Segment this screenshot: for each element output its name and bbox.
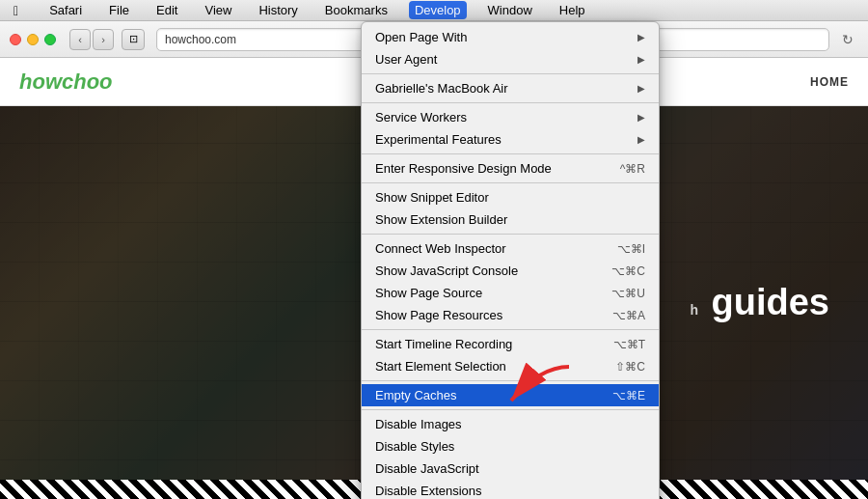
menu-separator [362, 409, 659, 410]
menu-label: Start Element Selection [375, 359, 506, 374]
menu-label: Experimental Features [375, 132, 502, 147]
menu-label: Disable JavaScript [375, 461, 479, 476]
menu-disable-extensions[interactable]: Disable Extensions [362, 480, 659, 499]
submenu-arrow: ▶ [637, 83, 645, 94]
menu-page-resources[interactable]: Show Page Resources ⌥⌘A [362, 304, 659, 326]
menu-disable-javascript[interactable]: Disable JavaScript [362, 457, 659, 480]
menu-label: Disable Styles [375, 439, 454, 454]
menu-element-selection[interactable]: Start Element Selection ⇧⌘C [362, 355, 659, 377]
menu-label: Open Page With [375, 30, 467, 44]
menu-separator [362, 329, 659, 330]
submenu-arrow: ▶ [637, 54, 645, 65]
menu-shortcut: ⌥⌘A [612, 309, 645, 322]
menu-service-workers[interactable]: Service Workers ▶ [362, 106, 659, 128]
menu-label: Service Workers [375, 110, 467, 125]
menu-separator [362, 102, 659, 103]
menu-label: Disable Images [375, 417, 462, 431]
menu-label: Gabrielle's MacBook Air [375, 81, 508, 96]
menu-label: User Agent [375, 52, 437, 67]
menu-separator [362, 73, 659, 74]
menu-shortcut: ⌥⌘E [612, 389, 645, 402]
menu-user-agent[interactable]: User Agent ▶ [362, 48, 659, 70]
menu-extension-builder[interactable]: Show Extension Builder [362, 208, 659, 231]
menu-shortcut: ⌥⌘U [611, 287, 645, 300]
menu-shortcut: ⌥⌘C [611, 264, 645, 278]
menu-empty-caches[interactable]: Empty Caches ⌥⌘E [362, 384, 659, 406]
menu-experimental-features[interactable]: Experimental Features ▶ [362, 128, 659, 151]
menu-label: Enter Responsive Design Mode [375, 161, 552, 176]
menu-open-page-with[interactable]: Open Page With ▶ [362, 26, 659, 48]
menu-snippet-editor[interactable]: Show Snippet Editor [362, 186, 659, 208]
menu-disable-images[interactable]: Disable Images [362, 413, 659, 435]
menu-label: Show Extension Builder [375, 212, 507, 227]
menu-label: Empty Caches [375, 388, 457, 402]
menu-page-source[interactable]: Show Page Source ⌥⌘U [362, 282, 659, 304]
menu-label: Connect Web Inspector [375, 241, 506, 256]
menu-label: Show JavaScript Console [375, 263, 518, 278]
submenu-arrow: ▶ [637, 112, 645, 123]
dropdown-overlay: Open Page With ▶ User Agent ▶ Gabrielle'… [0, 0, 868, 499]
menu-timeline-recording[interactable]: Start Timeline Recording ⌥⌘T [362, 333, 659, 355]
menu-separator [362, 380, 659, 381]
menu-label: Disable Extensions [375, 484, 482, 498]
menu-label: Show Page Resources [375, 308, 502, 322]
browser-window:  Safari File Edit View History Bookmark… [0, 0, 868, 499]
menu-js-console[interactable]: Show JavaScript Console ⌥⌘C [362, 260, 659, 282]
menu-shortcut: ⇧⌘C [615, 360, 645, 374]
menu-label: Start Timeline Recording [375, 337, 512, 351]
menu-label: Show Page Source [375, 286, 482, 300]
menu-label: Show Snippet Editor [375, 190, 489, 205]
menu-separator [362, 234, 659, 235]
menu-separator [362, 182, 659, 183]
menu-disable-styles[interactable]: Disable Styles [362, 435, 659, 457]
develop-dropdown-menu: Open Page With ▶ User Agent ▶ Gabrielle'… [361, 21, 660, 499]
submenu-arrow: ▶ [637, 134, 645, 145]
menu-separator [362, 153, 659, 154]
menu-shortcut: ⌥⌘I [617, 242, 645, 256]
menu-shortcut: ⌥⌘T [613, 338, 645, 351]
menu-macbook-air[interactable]: Gabrielle's MacBook Air ▶ [362, 77, 659, 99]
menu-responsive-design[interactable]: Enter Responsive Design Mode ^⌘R [362, 157, 659, 180]
menu-web-inspector[interactable]: Connect Web Inspector ⌥⌘I [362, 237, 659, 260]
menu-shortcut: ^⌘R [620, 162, 645, 176]
submenu-arrow: ▶ [637, 32, 645, 42]
